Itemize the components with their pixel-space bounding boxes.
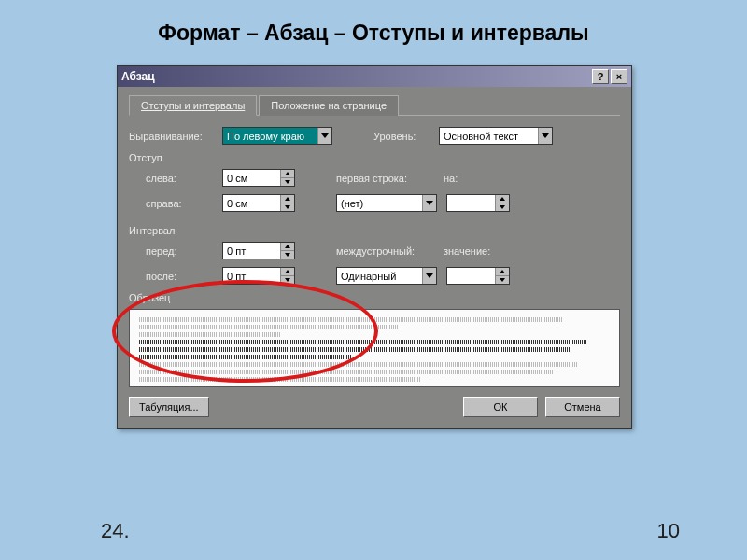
spin-down-icon[interactable] — [280, 276, 294, 284]
linespacing-value: Одинарный — [337, 271, 422, 282]
spin-up-icon[interactable] — [280, 268, 294, 276]
slide-title: Формат – Абзац – Отступы и интервалы — [0, 0, 747, 59]
indent-by-label: на: — [444, 173, 481, 184]
indent-left-input[interactable]: 0 см — [222, 169, 295, 187]
linespacing-label: междустрочный: — [336, 245, 444, 257]
at-input[interactable] — [446, 267, 510, 285]
before-label: перед: — [146, 245, 222, 257]
spin-up-icon[interactable] — [280, 195, 294, 203]
linespacing-dropdown[interactable]: Одинарный — [336, 267, 437, 285]
indent-left-value: 0 см — [223, 170, 280, 186]
spin-down-icon[interactable] — [280, 203, 294, 211]
spin-down-icon[interactable] — [280, 178, 294, 186]
chevron-down-icon — [538, 128, 552, 144]
firstline-value: (нет) — [337, 198, 422, 209]
spin-up-icon[interactable] — [280, 170, 294, 178]
tab-indents-spacing[interactable]: Отступы и интервалы — [129, 95, 257, 116]
chevron-down-icon — [422, 268, 436, 284]
firstline-dropdown[interactable]: (нет) — [336, 194, 437, 212]
tab-page-position[interactable]: Положение на странице — [259, 95, 399, 116]
after-value: 0 пт — [223, 268, 280, 284]
spin-up-icon[interactable] — [495, 195, 509, 203]
level-label: Уровень: — [374, 131, 439, 142]
tab-label: Отступы и интервалы — [141, 100, 245, 111]
at-value — [447, 268, 495, 284]
tab-strip: Отступы и интервалы Положение на страниц… — [129, 94, 620, 116]
ok-button[interactable]: ОК — [463, 397, 538, 417]
indent-left-label: слева: — [146, 173, 222, 184]
chevron-down-icon — [422, 195, 436, 211]
spin-up-icon[interactable] — [495, 268, 509, 276]
spin-down-icon[interactable] — [280, 251, 294, 259]
dialog-body: Отступы и интервалы Положение на страниц… — [118, 87, 631, 428]
alignment-dropdown[interactable]: По левому краю — [222, 127, 332, 145]
preview-label: Образец — [129, 292, 620, 303]
alignment-value: По левому краю — [223, 131, 317, 142]
spacing-group-label: Интервал — [129, 225, 620, 236]
at-label: значение: — [444, 245, 500, 257]
indent-group-label: Отступ — [129, 152, 620, 163]
indent-by-input[interactable] — [446, 194, 510, 212]
chevron-down-icon — [317, 128, 331, 144]
after-label: после: — [146, 271, 222, 282]
preview-box — [129, 309, 620, 387]
indent-right-label: справа: — [146, 198, 222, 209]
paragraph-dialog: Абзац ? × Отступы и интервалы Положение … — [117, 65, 632, 429]
footer-left: 24. — [101, 519, 130, 543]
dialog-title: Абзац — [121, 70, 590, 83]
close-button[interactable]: × — [611, 69, 627, 84]
titlebar: Абзац ? × — [118, 66, 631, 87]
level-dropdown[interactable]: Основной текст — [439, 127, 553, 145]
help-button[interactable]: ? — [592, 69, 609, 84]
firstline-label: первая строка: — [336, 173, 444, 184]
before-value: 0 пт — [223, 243, 280, 259]
after-input[interactable]: 0 пт — [222, 267, 295, 285]
cancel-button[interactable]: Отмена — [545, 397, 620, 417]
spin-up-icon[interactable] — [280, 243, 294, 251]
indent-right-value: 0 см — [223, 195, 280, 211]
indent-by-value — [447, 195, 495, 211]
tabs-button[interactable]: Табуляция... — [129, 397, 209, 417]
spin-down-icon[interactable] — [495, 203, 509, 211]
spin-down-icon[interactable] — [495, 276, 509, 284]
alignment-label: Выравнивание: — [129, 131, 222, 142]
indent-right-input[interactable]: 0 см — [222, 194, 295, 212]
before-input[interactable]: 0 пт — [222, 242, 295, 259]
level-value: Основной текст — [440, 131, 538, 142]
footer-right: 10 — [657, 519, 680, 543]
